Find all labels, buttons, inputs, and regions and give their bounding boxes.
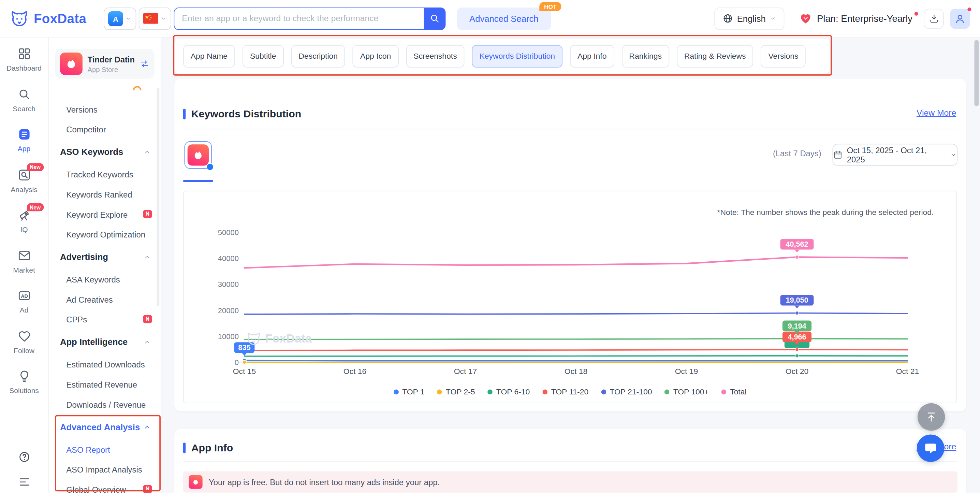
brand-logo[interactable]: FoxData (10, 9, 95, 28)
sidebar-item-solutions[interactable]: Solutions (0, 369, 48, 409)
solutions-icon (17, 369, 31, 383)
legend-dot (437, 390, 442, 395)
tab-versions[interactable]: Versions (761, 45, 806, 68)
menu-item-estimated-downloads[interactable]: Estimated Downloads (49, 355, 161, 375)
sidebar-item-search[interactable]: Search (0, 87, 48, 127)
tab-app-info[interactable]: App Info (570, 45, 614, 68)
current-app-chip[interactable]: Tinder Dating ... App Store (55, 49, 154, 79)
help-icon[interactable] (18, 451, 30, 463)
svg-text:10000: 10000 (218, 332, 239, 341)
compare-icon[interactable] (140, 59, 150, 68)
menu-item-aso-report[interactable]: ASO Report (49, 439, 161, 460)
page-scrollbar[interactable] (975, 40, 979, 106)
chart-legend: TOP 1TOP 2-5TOP 6-10TOP 11-20TOP 21-100T… (184, 388, 956, 396)
divider (183, 129, 958, 129)
menu-item-downloads-revenue[interactable]: Downloads / Revenue (49, 394, 161, 415)
flame-icon (191, 478, 200, 487)
scroll-to-top-button[interactable] (918, 403, 945, 431)
store-selector[interactable]: A (104, 7, 136, 30)
svg-text:30000: 30000 (218, 280, 239, 289)
menu-item-competitor[interactable]: Competitor (49, 119, 161, 140)
account-button[interactable] (950, 8, 970, 29)
chevron-down-icon (770, 15, 776, 22)
menu-item-label: Versions (66, 105, 97, 114)
menu-item-label: Estimated Revenue (66, 380, 137, 389)
section-accent-bar (183, 108, 186, 119)
peak-badge-top-21-100: 19,050 (780, 295, 814, 308)
market-icon (17, 248, 31, 262)
search-button[interactable] (424, 7, 445, 30)
legend-top-1[interactable]: TOP 1 (393, 388, 424, 396)
menu-item-cpps[interactable]: CPPsN (49, 309, 161, 329)
active-tab-underline (183, 180, 213, 182)
legend-label: TOP 21-100 (609, 388, 652, 396)
legend-top-6-10[interactable]: TOP 6-10 (487, 388, 530, 396)
language-selector[interactable]: English (714, 7, 784, 30)
menu-item-tracked-keywords[interactable]: Tracked Keywords (49, 164, 161, 184)
legend-top-100[interactable]: TOP 100+ (665, 388, 709, 396)
sidebar-item-iq[interactable]: NewIQ (0, 207, 48, 248)
download-button[interactable] (924, 8, 944, 29)
menu-section-label: App Intelligence (60, 337, 127, 347)
plan-badge[interactable]: Plan: Enterprise-Yearly (800, 12, 912, 25)
app-icon-tab[interactable] (185, 141, 212, 169)
sidebar-item-market[interactable]: Market (0, 248, 48, 288)
menu-section-label: Advanced Analysis (60, 422, 140, 432)
fox-logo-icon (10, 9, 29, 28)
sidebar-item-follow[interactable]: Follow (0, 329, 48, 369)
search-input[interactable] (173, 7, 424, 30)
menu-section-advertising[interactable]: Advertising (49, 244, 161, 269)
tab-description[interactable]: Description (291, 45, 345, 68)
menu-item-label: Keyword Optimization (66, 230, 145, 239)
keywords-view-more-link[interactable]: View More (916, 108, 956, 118)
advanced-search-label: Advanced Search (469, 13, 539, 23)
advanced-search-button[interactable]: Advanced Search HOT (457, 7, 551, 30)
menu-item-global-overview[interactable]: Global OverviewN (49, 479, 161, 493)
tinder-app-icon (60, 52, 83, 75)
tab-rating-reviews[interactable]: Rating & Reviews (677, 45, 754, 68)
sidebar-item-app[interactable]: App (0, 127, 48, 167)
country-selector[interactable] (139, 7, 171, 30)
tab-rankings[interactable]: Rankings (622, 45, 669, 68)
menu-item-partial[interactable] (49, 80, 161, 100)
menu-item-asa-keywords[interactable]: ASA Keywords (49, 270, 161, 289)
legend-top-2-5[interactable]: TOP 2-5 (437, 388, 475, 396)
svg-text:A: A (113, 15, 118, 23)
collapse-menu-icon[interactable] (18, 476, 30, 488)
tab-app-name[interactable]: App Name (183, 45, 235, 68)
chat-support-button[interactable] (917, 434, 945, 462)
menu-item-estimated-revenue[interactable]: Estimated Revenue (49, 375, 161, 395)
menu-item-ad-creatives[interactable]: Ad Creatives (49, 289, 161, 309)
legend-total[interactable]: Total (721, 388, 747, 396)
menu-item-aso-impact-analysis[interactable]: ASO Impact Analysis (49, 460, 161, 480)
legend-label: TOP 6-10 (496, 388, 530, 396)
tab-keywords-distribution[interactable]: Keywords Distribution (472, 45, 563, 68)
keywords-chart: *Note: The number shows the peak during … (183, 191, 957, 403)
menu-section-advanced-analysis[interactable]: Advanced Analysis (49, 415, 161, 439)
app-menu-sidebar: Tinder Dating ... App Store VersionsComp… (49, 38, 161, 493)
tab-subtitle[interactable]: Subtitle (242, 45, 283, 68)
tab-app-icon[interactable]: App Icon (353, 45, 398, 68)
menu-section-app-intelligence[interactable]: App Intelligence (49, 329, 161, 355)
svg-text:40,562: 40,562 (786, 240, 808, 248)
tab-screenshots[interactable]: Screenshots (406, 45, 464, 68)
svg-text:20000: 20000 (218, 306, 239, 315)
legend-label: TOP 2-5 (446, 388, 475, 396)
legend-label: Total (730, 388, 746, 396)
sidebar-item-dashboard[interactable]: Dashboard (0, 46, 48, 87)
app-menu: VersionsCompetitorASO KeywordsTracked Ke… (49, 80, 161, 493)
legend-top-11-20[interactable]: TOP 11-20 (542, 388, 589, 396)
menu-item-keywords-ranked[interactable]: Keywords Ranked (49, 184, 161, 205)
legend-top-21-100[interactable]: TOP 21-100 (601, 388, 652, 396)
menu-item-keyword-explore[interactable]: Keyword ExploreN (49, 204, 161, 224)
menu-item-versions[interactable]: Versions (49, 99, 161, 119)
menu-item-keyword-optimization[interactable]: Keyword Optimization (49, 224, 161, 245)
section-accent-bar (183, 442, 186, 453)
date-range-picker[interactable]: Oct 15, 2025 - Oct 21, 2025 (833, 144, 958, 165)
tinder-app-icon (189, 475, 202, 489)
sidebar-scrollbar[interactable] (157, 87, 159, 306)
ad-icon: AD (17, 289, 31, 303)
sidebar-item-analysis[interactable]: NewAnalysis (0, 167, 48, 207)
menu-section-aso-keywords[interactable]: ASO Keywords (49, 140, 161, 164)
sidebar-item-ad[interactable]: ADAd (0, 288, 48, 329)
